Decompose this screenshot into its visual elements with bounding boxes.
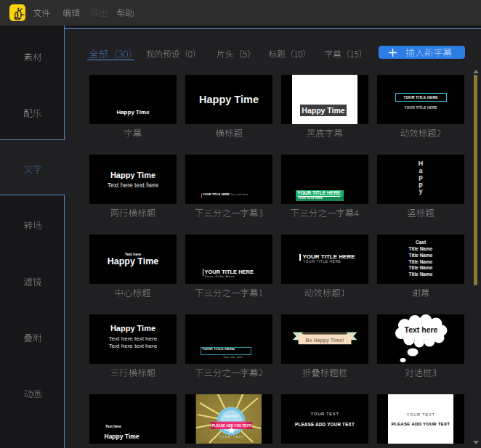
svg-text:Be Happy Time!: Be Happy Time!: [306, 338, 344, 343]
svg-text:· Y O U R · T E X T ·: · Y O U R · T E X T ·: [217, 436, 246, 439]
svg-text:YOUR TEXT: YOUR TEXT: [224, 415, 238, 418]
svg-text:Text here: Text here: [405, 325, 438, 334]
